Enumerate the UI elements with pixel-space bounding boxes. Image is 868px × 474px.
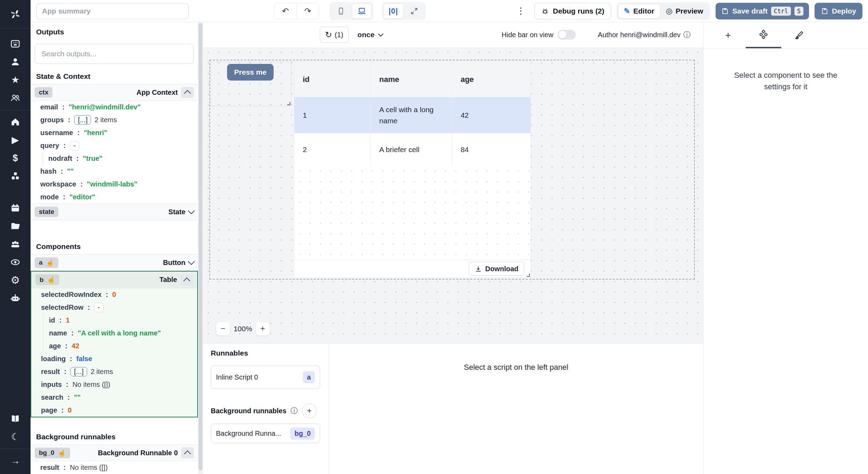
ctx-label: App Context <box>136 89 178 97</box>
expand-array-button[interactable]: [...] <box>74 115 91 125</box>
full-width-button[interactable] <box>404 3 424 19</box>
b-row-inputs: inputs:No items ([]) <box>31 378 197 391</box>
state-header-row[interactable]: state State <box>31 203 198 220</box>
table-footer: Download <box>294 260 531 277</box>
background-runnable-item[interactable]: Background Runna... bg_0 <box>211 424 320 443</box>
download-button[interactable]: Download <box>469 262 524 276</box>
bg0-collapse-button[interactable] <box>181 447 194 458</box>
folders-icon[interactable] <box>0 217 31 235</box>
state-badge: state <box>35 207 58 217</box>
zoom-out-button[interactable]: − <box>216 322 230 336</box>
home-icon[interactable] <box>0 113 31 131</box>
bg0-header-row[interactable]: bg_0☝ Background Runnable 0 <box>31 444 198 461</box>
groups-icon[interactable] <box>0 89 31 107</box>
ctx-row-query: query:- <box>31 139 198 152</box>
inline-script-item[interactable]: Inline Script 0 a <box>211 366 320 389</box>
add-background-runnable-button[interactable]: + <box>302 404 317 418</box>
chevron-down-icon[interactable] <box>188 258 195 265</box>
undo-button[interactable]: ↶ <box>274 3 297 19</box>
component-a-header-row[interactable]: a☝ Button <box>31 254 198 271</box>
scrollbar-thumb[interactable] <box>199 23 202 470</box>
tab-styling[interactable] <box>781 22 817 48</box>
editor-tab[interactable]: ✎ Editor <box>618 4 660 18</box>
runs-play-icon[interactable]: ▶ <box>0 131 31 149</box>
expand-object-button[interactable]: - <box>70 141 79 150</box>
docs-book-icon[interactable] <box>0 410 31 428</box>
center-layout-button[interactable]: |0| <box>383 3 403 19</box>
editor-label: Editor <box>633 7 654 15</box>
debug-runs-label: Debug runs (2) <box>553 7 604 15</box>
chevron-up-icon <box>184 450 191 457</box>
refresh-button[interactable]: ↻ (1) <box>320 27 349 43</box>
favorites-star-icon[interactable]: ★ <box>0 71 31 89</box>
mobile-view-button[interactable] <box>331 3 351 19</box>
redo-button[interactable]: ↷ <box>297 3 319 19</box>
deploy-button[interactable]: Deploy <box>815 3 862 19</box>
info-icon[interactable]: ⓘ <box>291 406 298 416</box>
background-runnable-badge: bg_0 <box>290 427 315 440</box>
schedules-calendar-icon[interactable] <box>0 199 31 217</box>
chevron-down-icon[interactable] <box>188 207 195 214</box>
canvas-column: ↻ (1) once Hide bar on view Author henri… <box>203 22 703 474</box>
expand-sidebar-arrow-icon[interactable]: → <box>0 452 31 470</box>
expand-object-button[interactable]: - <box>94 303 103 312</box>
table-component[interactable]: id name age 1 A cell with a long name 42… <box>294 62 531 278</box>
press-me-button[interactable]: Press me <box>227 64 274 81</box>
button-component-cell[interactable]: Press me <box>211 62 291 106</box>
background-runnables-title: Background runnables <box>211 407 286 415</box>
more-menu-kebab-icon[interactable]: ⋮ <box>513 6 529 16</box>
dark-mode-moon-icon[interactable]: ☾ <box>0 428 31 446</box>
redo-icon: ↷ <box>304 6 311 16</box>
canvas-toolbar: ↻ (1) once Hide bar on view Author henri… <box>203 22 703 47</box>
audit-eye-icon[interactable] <box>0 253 31 271</box>
background-runnable-label: Background Runna... <box>216 430 281 438</box>
resize-handle-icon[interactable] <box>287 102 290 105</box>
debug-runs-button[interactable]: Debug runs (2) <box>534 3 611 19</box>
component-a-label: Button <box>163 259 185 267</box>
settings-tabs: + <box>703 22 868 49</box>
download-icon <box>475 265 482 273</box>
desktop-view-button[interactable] <box>352 3 372 19</box>
app-summary-input[interactable] <box>36 3 189 19</box>
pointer-hand-icon: ☝ <box>46 259 55 267</box>
tab-insert-component[interactable]: + <box>710 22 746 48</box>
component-a-badge: a☝ <box>35 257 58 268</box>
zoom-in-button[interactable]: + <box>256 322 270 336</box>
ctx-header-row[interactable]: ctx App Context <box>31 84 198 101</box>
apps-icon[interactable] <box>0 35 31 53</box>
resources-cubes-icon[interactable] <box>0 167 31 185</box>
interval-label: once <box>358 31 375 39</box>
expand-array-button[interactable]: [...] <box>70 367 87 376</box>
settings-gear-icon[interactable]: ⚙ <box>0 271 31 289</box>
user-icon[interactable] <box>0 53 31 71</box>
b-row-result: result:[...]2 items <box>31 365 197 378</box>
table-row[interactable]: 2 A briefer cell 84 <box>294 133 531 166</box>
ctx-badge: ctx <box>35 87 52 98</box>
component-b-collapse-button[interactable] <box>181 274 193 285</box>
toggle-knob <box>559 31 566 39</box>
info-icon[interactable]: ⓘ <box>683 30 691 40</box>
runnables-title: Runnables <box>211 349 321 357</box>
tab-component-settings[interactable] <box>746 22 781 48</box>
b-row-age: age:42 <box>31 340 197 352</box>
variables-dollar-icon[interactable]: $ <box>0 149 31 167</box>
interval-dropdown[interactable]: once <box>358 31 383 39</box>
save-draft-button[interactable]: Save draft Ctrl S <box>716 3 809 19</box>
table-row[interactable]: 1 A cell with a long name 42 <box>294 97 531 133</box>
ai-robot-icon[interactable] <box>0 289 31 307</box>
preview-icon: ◎ <box>666 7 673 16</box>
rail-divider-bottom <box>0 449 31 449</box>
workers-group-icon[interactable] <box>0 235 31 253</box>
preview-tab[interactable]: ◎ Preview <box>660 4 709 18</box>
chevron-up-icon <box>183 277 190 284</box>
component-b-header-row[interactable]: b☝ Table <box>31 272 197 288</box>
save-icon <box>721 7 729 15</box>
table-header-row: id name age <box>294 62 531 97</box>
b-row-id: id:1 <box>31 314 197 327</box>
ctx-collapse-button[interactable] <box>181 87 194 98</box>
windmill-logo[interactable] <box>0 0 31 28</box>
search-outputs-input[interactable] <box>35 44 194 64</box>
resize-handle-icon[interactable] <box>527 274 530 277</box>
runnables-panel: Runnables Inline Script 0 a Background r… <box>203 343 703 474</box>
hide-bar-toggle[interactable] <box>558 30 576 40</box>
